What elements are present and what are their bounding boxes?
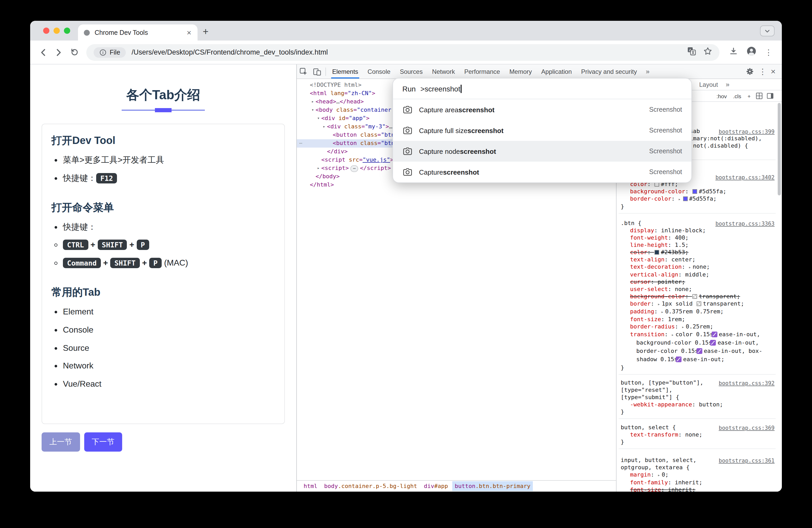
color-swatch-icon[interactable] xyxy=(683,196,687,201)
devtools-settings-button[interactable] xyxy=(743,65,757,78)
devtools-tab-network[interactable]: Network xyxy=(427,64,460,78)
css-declaration[interactable]: font-weight: 400; xyxy=(621,234,774,241)
css-declaration[interactable]: text-decoration: ▸none; xyxy=(621,263,774,271)
breadcrumb-item[interactable]: button.btn.btn-primary xyxy=(452,481,533,491)
expand-arrow-icon[interactable]: ▸ xyxy=(657,473,660,478)
expand-arrow-icon[interactable]: ▸ xyxy=(688,265,691,270)
breadcrumb-item[interactable]: body.container.p-5.bg-light xyxy=(321,481,420,491)
css-declaration[interactable]: padding: ▸0.375rem 0.75rem; xyxy=(621,308,774,316)
css-declaration[interactable]: font-family: inherit; xyxy=(621,479,774,486)
css-declaration[interactable]: vertical-align: middle; xyxy=(621,271,774,279)
css-declaration[interactable]: border: ▸1px solid transparent; xyxy=(621,300,774,308)
back-button[interactable] xyxy=(35,44,51,60)
css-declaration[interactable]: border-color: ▸#5d55fa; xyxy=(621,195,774,203)
css-selector[interactable]: optgroup, textarea { xyxy=(621,464,774,471)
stylesheet-link[interactable]: bootstrap.css:361 xyxy=(719,457,774,464)
devtools-tab-console[interactable]: Console xyxy=(363,64,395,78)
next-section-button[interactable]: 下一节 xyxy=(84,432,122,452)
sidebar-more-tabs-button[interactable]: » xyxy=(723,80,733,88)
dock-sidebar-button[interactable] xyxy=(766,92,774,99)
expand-arrow-icon[interactable]: ▸ xyxy=(678,197,681,202)
css-declaration[interactable]: border-radius: ▸0.25rem; xyxy=(621,323,774,331)
expand-arrow-icon[interactable]: ▸ xyxy=(671,333,674,337)
tab-close-icon[interactable]: × xyxy=(186,29,192,36)
css-declaration[interactable]: transition: ▸color 0.15s ease-in-out, ba… xyxy=(621,331,774,364)
browser-menu-button[interactable]: ⋮ xyxy=(765,48,772,56)
translate-button[interactable]: A xyxy=(687,47,696,58)
css-selector[interactable]: [type="submit"] { xyxy=(621,394,774,401)
macos-close-button[interactable] xyxy=(43,28,49,34)
breadcrumb-item[interactable]: div#app xyxy=(421,481,451,491)
tab-search-button[interactable] xyxy=(760,26,774,36)
expand-arrow-icon[interactable]: ▸ xyxy=(682,325,684,329)
css-selector[interactable]: button, select { xyxy=(621,424,676,431)
expand-arrow-icon[interactable]: ▸ xyxy=(657,302,660,307)
css-declaration[interactable]: user-select: none; xyxy=(621,286,774,293)
css-declaration[interactable]: font-size: 1rem; xyxy=(621,316,774,323)
file-scheme-chip[interactable]: File xyxy=(93,47,126,57)
toggle-element-state-button[interactable]: :hov xyxy=(714,92,729,100)
css-declaration[interactable]: line-height: 1.5; xyxy=(621,241,774,249)
command-item-capture-screenshot[interactable]: Capture screenshot Screenshot xyxy=(393,162,692,182)
breadcrumb-item[interactable]: html xyxy=(301,481,320,491)
browser-tab[interactable]: Chrome Dev Tools × xyxy=(78,25,198,41)
css-declaration[interactable]: font-size: inherit; xyxy=(621,486,774,492)
expand-arrow-icon[interactable]: ▸ xyxy=(310,98,316,106)
css-declaration[interactable]: background-color: #5d55fa; xyxy=(621,188,774,195)
bookmark-button[interactable] xyxy=(704,47,712,58)
css-declaration[interactable]: background-color: transparent; xyxy=(621,293,774,300)
expand-arrow-icon[interactable]: ▸ xyxy=(321,123,327,131)
css-selector[interactable]: input, button, select, xyxy=(621,457,696,464)
css-declaration[interactable]: text-align: center; xyxy=(621,256,774,263)
forward-button[interactable] xyxy=(51,44,67,60)
devtools-tab-privacy-and-security[interactable]: Privacy and security xyxy=(577,64,642,78)
color-swatch-icon[interactable] xyxy=(655,250,659,255)
css-declaration[interactable]: -webkit-appearance: button; xyxy=(621,401,774,409)
macos-zoom-button[interactable] xyxy=(64,28,70,34)
color-swatch-icon[interactable] xyxy=(693,294,697,299)
more-tabs-button[interactable]: » xyxy=(642,68,654,75)
computed-styles-button[interactable] xyxy=(755,92,764,99)
color-swatch-icon[interactable] xyxy=(693,189,697,194)
expand-arrow-icon[interactable]: ▾ xyxy=(316,114,321,123)
css-declaration[interactable]: margin: ▸0; xyxy=(621,471,774,479)
stylesheet-link[interactable]: bootstrap.css:3363 xyxy=(715,220,774,227)
inspect-element-button[interactable] xyxy=(297,65,310,78)
expand-arrow-icon[interactable]: ▾ xyxy=(310,106,316,114)
stylesheet-link[interactable]: bootstrap.css:392 xyxy=(719,379,774,387)
dom-line-more-icon[interactable]: ⋯ xyxy=(297,139,304,148)
devtools-tab-sources[interactable]: Sources xyxy=(395,64,427,78)
expand-arrow-icon[interactable]: ▸ xyxy=(661,310,664,314)
css-selector[interactable]: .btn { xyxy=(621,220,641,227)
expand-arrow-icon[interactable]: ▸ xyxy=(316,164,321,173)
stylesheet-link[interactable]: bootstrap.css:399 xyxy=(719,128,774,135)
element-classes-button[interactable]: .cls xyxy=(731,92,743,100)
device-toolbar-button[interactable] xyxy=(310,65,324,78)
devtools-menu-button[interactable]: ⋮ xyxy=(759,68,767,75)
devtools-tab-application[interactable]: Application xyxy=(536,64,576,78)
css-selector[interactable]: [type="reset"], xyxy=(621,387,774,394)
downloads-button[interactable] xyxy=(729,46,738,58)
command-input[interactable]: Run >screenshot xyxy=(393,78,692,99)
command-item-capture-full-size-screenshot[interactable]: Capture full size screenshot Screenshot xyxy=(393,120,692,141)
address-bar[interactable]: File /Users/eve/Desktop/CS/Frontend/chro… xyxy=(86,44,720,61)
prev-section-button[interactable]: 上一节 xyxy=(42,432,80,452)
color-swatch-icon[interactable] xyxy=(697,302,701,306)
css-declaration[interactable]: color: #243b53; xyxy=(621,249,774,256)
css-declaration[interactable]: cursor: pointer; xyxy=(621,279,774,286)
reload-button[interactable] xyxy=(67,44,82,60)
macos-minimize-button[interactable] xyxy=(54,28,60,34)
command-item-capture-node-screenshot[interactable]: Capture node screenshot Screenshot xyxy=(393,141,692,162)
styles-scrollbar[interactable] xyxy=(778,103,781,195)
css-declaration[interactable]: display: inline-block; xyxy=(621,227,774,234)
profile-button[interactable] xyxy=(746,46,756,58)
stylesheet-link[interactable]: bootstrap.css:369 xyxy=(719,424,774,431)
devtools-tab-memory[interactable]: Memory xyxy=(505,64,537,78)
css-selector[interactable]: button, [type="button"], xyxy=(621,379,704,387)
command-item-capture-area-screenshot[interactable]: Capture area screenshot Screenshot xyxy=(393,99,692,120)
new-style-rule-button[interactable]: + xyxy=(745,92,753,100)
tab-layout[interactable]: Layout xyxy=(695,81,723,88)
css-declaration[interactable]: text-transform: none; xyxy=(621,431,774,439)
devtools-tab-elements[interactable]: Elements xyxy=(328,64,363,78)
devtools-tab-performance[interactable]: Performance xyxy=(460,64,505,78)
